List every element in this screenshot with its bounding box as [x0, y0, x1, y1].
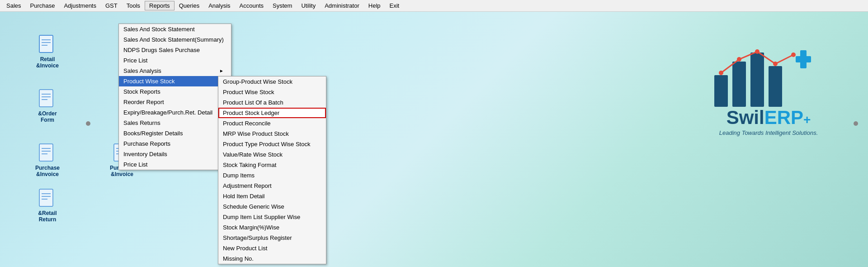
submenu-product-type[interactable]: Product Type Product Wise Stock — [218, 139, 326, 149]
logo-erp-text: ERP — [764, 107, 803, 129]
svg-rect-24 — [769, 66, 782, 107]
submenu-missing-no[interactable]: Missing No. — [218, 253, 326, 264]
logo-tagline: Leading Towards Intelligent Solutions. — [719, 129, 818, 136]
retail-return-label: &RetailReturn — [38, 210, 57, 223]
svg-rect-5 — [39, 90, 53, 107]
purchase-invoice-label-1: Purchase&Invoice — [35, 165, 60, 178]
menu-books-register[interactable]: Books/Register Details ► — [119, 128, 231, 138]
reports-dropdown: Sales And Stock Statement Sales And Stoc… — [118, 24, 231, 170]
svg-point-27 — [755, 49, 760, 54]
svg-rect-9 — [39, 144, 53, 161]
menu-sales-stock-summary[interactable]: Sales And Stock Statement(Summary) — [119, 34, 231, 45]
menu-gst[interactable]: GST — [101, 1, 122, 10]
menu-sales-stock-statement[interactable]: Sales And Stock Statement — [119, 24, 231, 34]
svg-rect-22 — [732, 62, 746, 107]
svg-rect-23 — [750, 52, 764, 107]
menu-reorder-report[interactable]: Reorder Report ► — [119, 97, 231, 107]
menu-sales-returns[interactable]: Sales Returns ► — [119, 118, 231, 128]
desktop-icon-purchase-invoice[interactable]: Purchase&Invoice — [29, 143, 66, 178]
svg-rect-31 — [796, 56, 811, 62]
svg-point-28 — [773, 62, 778, 66]
submenu-dump-items[interactable]: Dump Items — [218, 170, 326, 181]
menu-analysis[interactable]: Analysis — [204, 1, 235, 10]
menu-ndps-drugs[interactable]: NDPS Drugs Sales Purchase — [119, 45, 231, 55]
submenu-value-rate[interactable]: Value/Rate Wise Stock — [218, 149, 326, 160]
menu-administrator[interactable]: Administrator — [320, 1, 364, 10]
submenu-schedule-generic[interactable]: Schedule Generic Wise — [218, 201, 326, 212]
menu-price-list-bottom[interactable]: Price List ► — [119, 159, 231, 170]
submenu-stock-margin[interactable]: Stock Margin(%)Wise — [218, 222, 326, 233]
svg-rect-0 — [39, 35, 53, 52]
menu-sales-analysis[interactable]: Sales Analysis ► — [119, 66, 231, 76]
order-form-label: &OrderForm — [38, 110, 57, 124]
submenu-stock-taking[interactable]: Stock Taking Format — [218, 160, 326, 170]
product-wise-stock-submenu: Group-Product Wise Stock Product Wise St… — [218, 76, 326, 264]
svg-point-25 — [719, 71, 723, 75]
logo-plus-text: + — [803, 113, 811, 127]
menu-stock-reports[interactable]: Stock Reports ► — [119, 86, 231, 97]
svg-point-29 — [791, 52, 796, 57]
submenu-new-product-list[interactable]: New Product List — [218, 243, 326, 253]
logo-swil-text: Swil — [726, 107, 764, 129]
submenu-product-stock-ledger[interactable]: Product Stock Ledger — [218, 108, 326, 118]
menu-queries[interactable]: Queries — [175, 1, 204, 10]
reports-dropdown-menu: Sales And Stock Statement Sales And Stoc… — [118, 24, 231, 170]
svg-rect-13 — [39, 189, 53, 206]
purchase-invoice-icon — [38, 143, 57, 165]
menu-product-wise-stock[interactable]: Product Wise Stock ► ► Group-Product Wis… — [119, 76, 231, 86]
menubar: Sales Purchase Adjustments GST Tools Rep… — [0, 0, 868, 12]
submenu-dump-item-supplier[interactable]: Dump Item List Supplier Wise — [218, 212, 326, 222]
menu-expiry-breakage[interactable]: Expiry/Breakage/Purch.Ret. Detail ► — [119, 107, 231, 118]
submenu-group-product[interactable]: Group-Product Wise Stock — [218, 76, 326, 87]
menu-reports[interactable]: Reports — [145, 1, 175, 10]
svg-point-26 — [737, 57, 741, 62]
menu-price-list-top[interactable]: Price List — [119, 55, 231, 66]
logo-chart-svg — [705, 48, 832, 111]
menu-purchase[interactable]: Purchase — [26, 1, 60, 10]
retail-invoice-icon — [38, 34, 57, 56]
menu-utility[interactable]: Utility — [297, 1, 320, 10]
svg-rect-21 — [714, 75, 728, 107]
menu-inventory-details[interactable]: Inventory Details ► — [119, 149, 231, 159]
menu-exit[interactable]: Exit — [385, 1, 404, 10]
menu-help[interactable]: Help — [364, 1, 385, 10]
submenu-hold-item[interactable]: Hold Item Detail — [218, 191, 326, 201]
menu-sales[interactable]: Sales — [2, 1, 26, 10]
submenu-product-reconcile[interactable]: Product Reconcile — [218, 118, 326, 129]
menu-system[interactable]: System — [268, 1, 297, 10]
submenu-shortage-surplus[interactable]: Shortage/Surplus Register — [218, 233, 326, 243]
sales-analysis-arrow: ► — [219, 68, 224, 73]
menu-accounts[interactable]: Accounts — [235, 1, 268, 10]
desktop-icon-retail-invoice[interactable]: Retail&Invoice — [29, 34, 66, 69]
desktop-icon-retail-return[interactable]: &RetailReturn — [29, 188, 66, 223]
order-form-icon — [38, 89, 57, 110]
menu-purchase-reports[interactable]: Purchase Reports ► — [119, 138, 231, 149]
left-indicator-dot — [86, 121, 90, 126]
right-indicator-dot — [854, 121, 858, 126]
submenu-product-list-batch[interactable]: Product List Of a Batch — [218, 97, 326, 108]
menu-tools[interactable]: Tools — [122, 1, 145, 10]
menu-adjustments[interactable]: Adjustments — [59, 1, 101, 10]
desktop-icon-order-form[interactable]: &OrderForm — [29, 89, 66, 124]
retail-invoice-label: Retail&Invoice — [36, 56, 59, 69]
desktop: Retail&Invoice &OrderForm Purchase&Invoi… — [0, 12, 868, 267]
submenu-product-wise[interactable]: Product Wise Stock — [218, 87, 326, 97]
swilerp-logo: Swil ERP + Leading Towards Intelligent S… — [705, 48, 832, 136]
submenu-adjustment-report[interactable]: Adjustment Report — [218, 181, 326, 191]
submenu-mrp-wise[interactable]: MRP Wise Product Stock — [218, 129, 326, 139]
retail-return-icon — [38, 188, 57, 210]
